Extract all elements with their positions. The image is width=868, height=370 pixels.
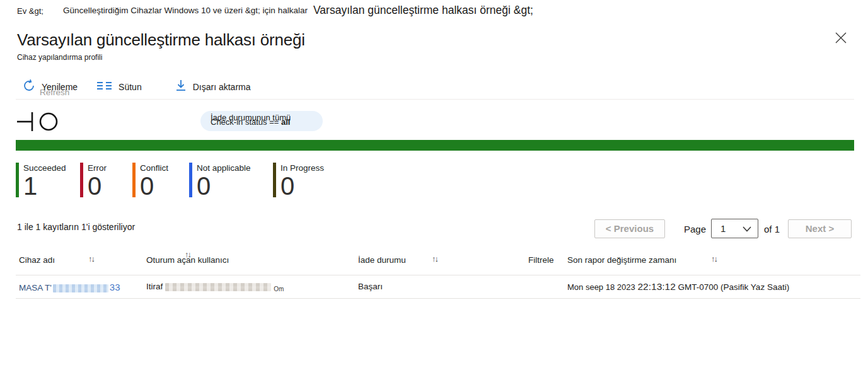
breadcrumb-update-rings[interactable]: Güncelleştirdiğim Cihazlar Windows 10 ve… bbox=[63, 6, 308, 15]
column-header-filter[interactable]: Filtrele bbox=[528, 255, 554, 265]
records-summary: 1 ile 1 kayıtların 1'i gösteriliyor bbox=[17, 222, 135, 232]
status-progress-bar bbox=[16, 140, 854, 151]
tile-in-progress: In Progress 0 bbox=[273, 163, 324, 199]
page-label: Page bbox=[684, 224, 706, 234]
tile-not-applicable: Not applicable 0 bbox=[189, 163, 251, 199]
tile-succeeded: Succeeded 1 bbox=[16, 163, 66, 199]
logged-on-user-cell: ItirafOm bbox=[146, 282, 284, 292]
toolbar: Refresh Yenileme Sütun bbox=[22, 77, 251, 97]
tile-error-label: Error bbox=[88, 163, 107, 173]
refresh-icon bbox=[22, 79, 36, 95]
export-label: Dışarı aktarma bbox=[193, 82, 251, 92]
sort-icon-checkin-status[interactable]: ↑↓ bbox=[432, 254, 437, 263]
sort-icon-last-report-modified[interactable]: ↑↓ bbox=[711, 254, 717, 263]
toolbar-divider bbox=[16, 99, 854, 100]
device-status-report-page: Ev &gt; Güncelleştirdiğim Cihazlar Windo… bbox=[0, 0, 868, 370]
column-header-device-name[interactable]: Cihaz adı bbox=[19, 255, 55, 265]
tile-in-progress-label: In Progress bbox=[281, 163, 324, 173]
tile-not-applicable-colorbar bbox=[189, 163, 192, 197]
tile-succeeded-colorbar bbox=[16, 163, 19, 197]
tile-in-progress-colorbar bbox=[273, 163, 276, 197]
chevron-down-icon bbox=[743, 223, 751, 234]
tile-error-value: 0 bbox=[88, 173, 107, 199]
last-report-time-cell: Mon seep 18 2023 22:13:12 GMT-0700 (Pasi… bbox=[567, 281, 789, 292]
columns-icon bbox=[96, 81, 113, 93]
redacted-user-email bbox=[165, 283, 271, 291]
checkin-status-cell: Başarı bbox=[358, 282, 383, 291]
tile-conflict-colorbar bbox=[132, 163, 136, 197]
export-button[interactable]: Dışarı aktarma bbox=[175, 79, 251, 95]
refresh-button[interactable]: Refresh Yenileme bbox=[22, 79, 78, 95]
tile-succeeded-label: Succeeded bbox=[23, 163, 66, 173]
page-subtitle: Cihaz yapılandırma profili bbox=[17, 53, 102, 62]
redacted-device-name bbox=[53, 284, 108, 292]
column-header-last-report-modified[interactable]: Son rapor değiştirme zamanı bbox=[567, 255, 676, 265]
filter-glyph-icon[interactable] bbox=[16, 108, 61, 137]
next-page-button[interactable]: Next > bbox=[788, 219, 852, 238]
table-header-divider bbox=[16, 275, 860, 275]
tile-in-progress-value: 0 bbox=[281, 173, 324, 199]
checkin-status-filter-pill[interactable]: İade durumunun tümü Check-in status == a… bbox=[200, 111, 323, 131]
tile-error: Error 0 bbox=[80, 163, 107, 199]
columns-label: Sütun bbox=[119, 82, 142, 92]
column-header-checkin-status[interactable]: İade durumu bbox=[358, 255, 406, 265]
sort-icon-device-name[interactable]: ↑↓ bbox=[88, 254, 94, 263]
device-name-link[interactable]: MASA T'33 bbox=[19, 282, 120, 292]
tile-conflict: Conflict 0 bbox=[132, 163, 168, 199]
close-icon[interactable] bbox=[833, 30, 848, 45]
page-of-label: of 1 bbox=[764, 224, 780, 234]
download-icon bbox=[175, 79, 187, 95]
tile-error-colorbar bbox=[80, 163, 83, 197]
tile-not-applicable-value: 0 bbox=[197, 173, 251, 199]
filter-pill-english-label: Check-in status == all bbox=[211, 117, 313, 127]
page-number-value: 1 bbox=[720, 223, 726, 234]
sort-icon-logged-on-user[interactable]: ↑↓ bbox=[185, 250, 190, 259]
table-row-divider bbox=[16, 298, 860, 299]
previous-page-button[interactable]: < Previous bbox=[594, 219, 665, 238]
columns-button[interactable]: Sütun bbox=[96, 81, 142, 93]
tile-conflict-value: 0 bbox=[140, 173, 168, 199]
breadcrumb-home[interactable]: Ev &gt; bbox=[17, 6, 43, 16]
tile-succeeded-value: 1 bbox=[23, 173, 66, 199]
page-title: Varsayılan güncelleştirme halkası örneği bbox=[17, 30, 305, 50]
tile-conflict-label: Conflict bbox=[140, 163, 168, 173]
page-number-select[interactable]: 1 bbox=[711, 219, 758, 238]
refresh-label: Yenileme bbox=[42, 82, 78, 92]
breadcrumb-current-profile[interactable]: Varsayılan güncelleştirme halkası örneği… bbox=[313, 4, 533, 17]
tile-not-applicable-label: Not applicable bbox=[197, 163, 251, 173]
